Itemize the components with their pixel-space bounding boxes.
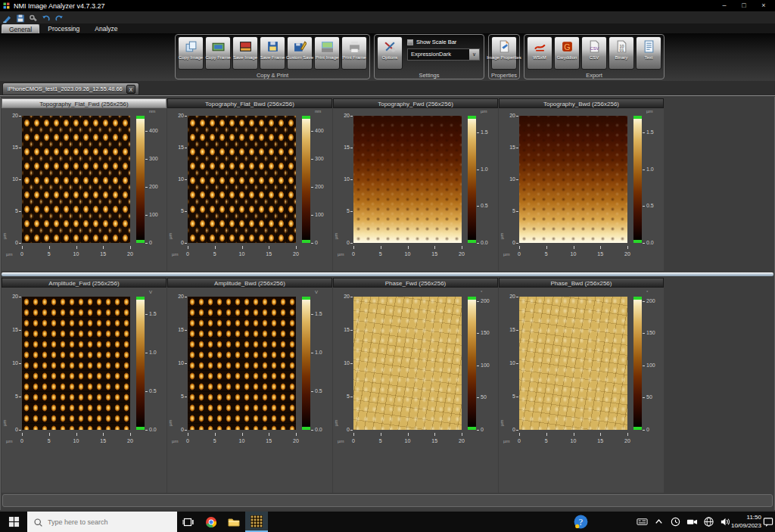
colorbar[interactable] [136, 116, 145, 243]
binary-button[interactable]: 1001Binary [608, 36, 634, 70]
tab-general[interactable]: General [2, 24, 39, 33]
afm-image[interactable] [519, 297, 627, 430]
panel-title[interactable]: Amplitude_Fwd (256x256) [2, 278, 167, 288]
binary-label: Binary [615, 55, 627, 60]
nmi-app-taskbar-button[interactable] [245, 512, 268, 532]
colorbar[interactable] [633, 297, 642, 430]
print-frame-button[interactable]: Print Frame [341, 36, 367, 70]
colorbar-bottom-cap [633, 240, 642, 243]
tray-camera-icon[interactable] [686, 516, 698, 527]
y-tick-mark [516, 211, 518, 212]
panel-title[interactable]: Topography_Flat_Fwd (256x256) [2, 98, 167, 108]
taskbar-clock[interactable]: 11:50 10/09/2023 [731, 513, 761, 530]
tab-processing[interactable]: Processing [41, 24, 86, 33]
colorbar-tick-mark [145, 131, 148, 132]
panel-title[interactable]: Topography_Bwd (256x256) [499, 98, 664, 108]
tray-volume-icon[interactable] [720, 516, 731, 527]
save-icon[interactable] [15, 13, 26, 23]
undo-icon[interactable] [41, 13, 51, 23]
y-tick-mark [19, 397, 21, 397]
image-properties-button[interactable]: Image Properties [491, 36, 517, 70]
csv-button[interactable]: CSVCSV [581, 36, 607, 70]
colorbar[interactable] [633, 116, 642, 243]
colorbar[interactable] [302, 116, 310, 243]
colorbar[interactable] [468, 297, 476, 430]
panel-title[interactable]: Phase_Fwd (256x256) [333, 278, 498, 288]
colorbar-tick-label: 200 [646, 298, 655, 303]
theme-select[interactable]: ExpressionDark∨ [407, 48, 480, 61]
copy-image-button[interactable]: Copy Image [178, 36, 204, 70]
redo-icon[interactable] [54, 13, 64, 23]
y-tick-mark [185, 179, 187, 180]
colorbar-tick-label: 1.0 [481, 166, 488, 172]
document-tab[interactable]: iPhoneCMOS_test1_2023.09.26_12.55.48.66 … [2, 82, 139, 95]
chevron-down-icon[interactable]: ∨ [469, 49, 479, 60]
options-button[interactable]: Options [377, 36, 403, 70]
image-panel: Topography_Bwd (256x256)0510152005101520… [499, 98, 664, 271]
window-title: NMI Image Analyzer v4.7.3.27 [14, 2, 105, 10]
gwyddion-button[interactable]: GGwyddion [554, 36, 580, 70]
tray-sync-icon[interactable] [670, 516, 681, 527]
afm-image[interactable] [353, 297, 462, 430]
print-image-label: Print Image [316, 55, 339, 60]
document-tab-close-button[interactable]: X [126, 85, 135, 94]
tools-icon[interactable] [28, 13, 39, 23]
colorbar[interactable] [302, 297, 310, 430]
task-view-taskbar-button[interactable] [177, 512, 200, 532]
afm-image[interactable] [353, 116, 462, 243]
start-button[interactable] [0, 512, 27, 532]
colorbar-tick-mark [643, 333, 645, 334]
x-tick-label: 15 [427, 438, 442, 443]
save-frame-button[interactable]: Save Frame [260, 36, 285, 70]
tab-analyze[interactable]: Analyze [88, 24, 124, 33]
x-tick-label: 15 [261, 438, 276, 443]
task-view-icon [182, 516, 195, 528]
afm-image[interactable] [519, 116, 627, 243]
row-splitter[interactable] [2, 272, 773, 276]
taskbar-search[interactable] [27, 512, 177, 532]
print-image-icon [321, 40, 334, 53]
quick-access-toolbar [0, 11, 775, 23]
minimize-button[interactable]: – [716, 0, 733, 11]
copy-frame-button[interactable]: Copy Frame [205, 36, 231, 70]
colorbar[interactable] [136, 297, 145, 430]
colorbar[interactable] [468, 116, 476, 243]
save-image-button[interactable]: Save Image [232, 36, 258, 70]
x-axis-unit-label: µm [6, 439, 12, 443]
afm-image[interactable] [188, 116, 296, 243]
y-tick-label: 10 [500, 360, 515, 366]
maximize-button[interactable]: □ [736, 0, 752, 11]
chevron-up-icon[interactable] [653, 516, 665, 527]
x-tick-label: 15 [95, 438, 110, 443]
print-image-button[interactable]: Print Image [314, 36, 340, 70]
x-tick-label: 10 [69, 438, 84, 443]
text-button[interactable]: Text [636, 36, 661, 70]
panel-title[interactable]: Topography_Fwd (256x256) [333, 98, 498, 108]
afm-image[interactable] [22, 116, 130, 243]
ribbon-group-label: Properties [489, 72, 519, 79]
x-tick-label: 10 [235, 438, 250, 443]
action-center-icon[interactable] [762, 516, 774, 527]
x-tick-label: 0 [512, 251, 527, 257]
wsxm-button[interactable]: WSxM [527, 36, 552, 70]
y-tick-label: 5 [334, 208, 350, 213]
afm-image[interactable] [22, 297, 130, 430]
panel-title[interactable]: Topography_Flat_Bwd (256x256) [167, 98, 332, 108]
search-input[interactable] [48, 518, 161, 526]
brush-icon[interactable] [2, 13, 13, 23]
x-axis-unit-label: µm [338, 252, 344, 257]
tray-keyboard-icon[interactable] [636, 516, 648, 527]
afm-image[interactable] [188, 297, 296, 430]
panel-title[interactable]: Amplitude_Bwd (256x256) [167, 278, 332, 288]
csv-label: CSV [590, 55, 599, 60]
colorbar-bottom-cap [136, 240, 145, 243]
colorbar-top-cap [633, 116, 642, 119]
tray-globe-icon[interactable] [703, 516, 714, 527]
chrome-taskbar-button[interactable] [200, 512, 223, 532]
close-button[interactable]: × [755, 0, 772, 11]
tray-help-icon[interactable]: ? [574, 515, 588, 529]
panel-title[interactable]: Phase_Bwd (256x256) [499, 278, 664, 288]
custom-save-button[interactable]: Custom Save [287, 36, 313, 70]
show-scale-bar-checkbox[interactable] [407, 39, 413, 45]
file-explorer-taskbar-button[interactable] [223, 512, 245, 532]
